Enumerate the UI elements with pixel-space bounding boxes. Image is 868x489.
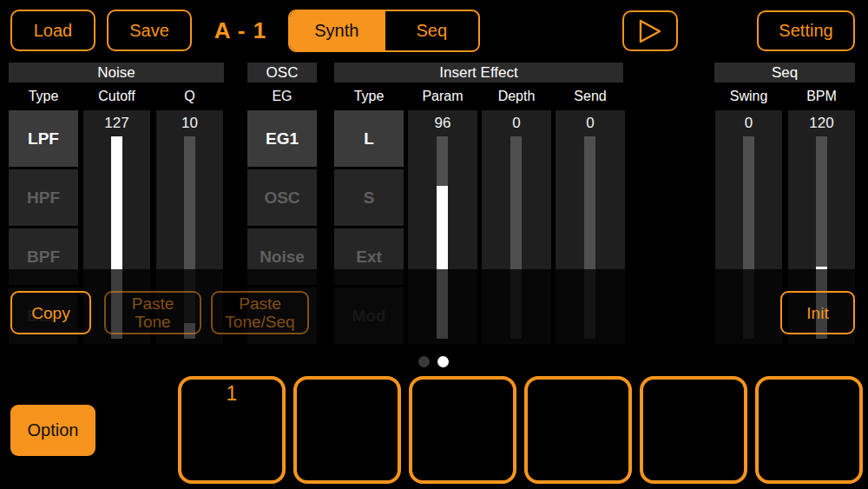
mode-toggle: Synth Seq [288,10,480,52]
param-value: 96 [408,115,477,132]
copy-button[interactable]: Copy [10,291,91,334]
effect-type-l[interactable]: L [334,110,404,167]
depth-column-label: Depth [482,86,551,107]
q-column-label: Q [156,86,223,107]
paste-tone-seq-button[interactable]: Paste Tone/Seq [211,291,309,334]
play-triangle-icon [638,18,662,44]
send-value: 0 [556,115,625,132]
tab-seq[interactable]: Seq [384,11,479,50]
pad-3[interactable] [409,376,516,484]
eg-source-eg1[interactable]: EG1 [247,110,317,167]
cutoff-value: 127 [83,115,150,132]
depth-value: 0 [482,115,551,132]
pad-1-label: 1 [181,382,282,406]
setting-button[interactable]: Setting [757,10,855,51]
insert-effect-section-header: Insert Effect [334,63,623,83]
pad-1[interactable]: 1 [178,376,286,484]
osc-section-header: OSC [247,63,317,83]
effect-type-s[interactable]: S [334,169,404,226]
paste-tone-line1: Paste [132,294,174,313]
pad-6[interactable] [755,376,863,484]
pad-2[interactable] [293,376,401,484]
pad-5[interactable] [640,376,747,484]
q-value: 10 [156,115,223,132]
param-column-label: Param [408,86,477,107]
paste-tone-button[interactable]: Paste Tone [104,291,201,334]
program-label: A - 1 [201,17,279,44]
eg-column-label: EG [247,86,317,107]
effect-type-column-label: Type [334,86,404,107]
swing-value: 0 [715,115,782,132]
tab-synth[interactable]: Synth [290,11,384,50]
filter-type-hpf[interactable]: HPF [9,169,78,226]
noise-section-header: Noise [9,63,224,83]
paste-tone-seq-line1: Paste [239,294,281,313]
paste-tone-line2: Tone [135,313,170,331]
page-dot-1[interactable] [418,356,430,367]
swing-column-label: Swing [715,86,782,107]
send-column-label: Send [556,86,625,107]
seq-section-header: Seq [714,63,855,83]
filter-type-column-label: Type [9,86,78,107]
load-button[interactable]: Load [10,10,95,51]
cutoff-column-label: Cutoff [83,86,150,107]
play-button[interactable] [622,10,678,51]
eg-source-osc[interactable]: OSC [247,169,317,226]
option-button[interactable]: Option [10,405,95,456]
bpm-column-label: BPM [788,86,855,107]
pad-4[interactable] [524,376,632,484]
bpm-value: 120 [788,115,855,132]
init-button[interactable]: Init [780,291,855,334]
save-button[interactable]: Save [107,10,192,51]
filter-type-lpf[interactable]: LPF [9,110,78,167]
paste-tone-seq-line2: Tone/Seq [225,313,294,331]
page-dot-2[interactable] [437,356,449,367]
